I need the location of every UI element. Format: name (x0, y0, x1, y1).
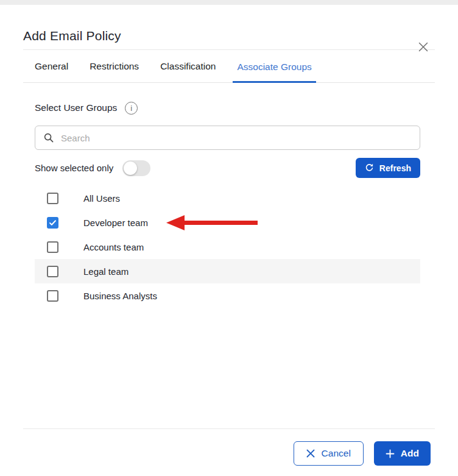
group-row-legal-team: Legal team (35, 259, 420, 283)
search-input[interactable] (61, 133, 412, 143)
group-label: Developer team (83, 218, 148, 228)
footer-divider (23, 428, 435, 429)
group-row-developer-team: Developer team (35, 210, 420, 235)
show-selected-only-label: Show selected only (35, 163, 113, 173)
group-row-all-users: All Users (35, 186, 420, 210)
close-icon[interactable] (415, 39, 431, 55)
search-icon (43, 132, 54, 143)
refresh-icon (365, 163, 374, 172)
section-label-row: Select User Groups i (35, 101, 420, 115)
add-email-policy-dialog: Add Email Policy GeneralRestrictionsClas… (0, 28, 458, 476)
user-group-list: All UsersDeveloper teamAccounts teamLega… (35, 186, 420, 308)
tab-general[interactable]: General (30, 52, 72, 82)
group-label: All Users (83, 193, 120, 204)
group-label: Business Analysts (83, 291, 157, 301)
red-arrow-icon (166, 215, 258, 231)
tab-classification[interactable]: Classification (156, 52, 220, 82)
group-row-accounts-team: Accounts team (35, 235, 420, 259)
refresh-button-label: Refresh (379, 163, 411, 173)
checkbox-business-analysts[interactable] (47, 290, 58, 302)
cancel-button[interactable]: Cancel (294, 441, 364, 466)
tab-bar: GeneralRestrictionsClassificationAssocia… (23, 50, 435, 83)
checkbox-legal-team[interactable] (47, 266, 58, 277)
cancel-button-label: Cancel (322, 448, 351, 459)
show-selected-toggle[interactable] (122, 160, 150, 176)
group-label: Legal team (83, 266, 129, 277)
tab-associate-groups[interactable]: Associate Groups (233, 52, 315, 83)
group-row-business-analysts: Business Analysts (35, 283, 420, 308)
checkbox-accounts-team[interactable] (47, 241, 58, 253)
page-background-strip (0, 0, 458, 5)
dialog-footer: Cancel Add (27, 441, 431, 466)
controls-row: Show selected only Refresh (35, 158, 420, 178)
search-box (35, 126, 420, 150)
x-icon (306, 449, 315, 458)
tab-restrictions[interactable]: Restrictions (85, 52, 143, 82)
page-title: Add Email Policy (23, 28, 435, 44)
dialog-content: Select User Groups i Show selected only (35, 101, 420, 308)
info-icon[interactable]: i (125, 102, 138, 115)
checkbox-developer-team[interactable] (47, 217, 58, 229)
add-button[interactable]: Add (374, 441, 431, 466)
toggle-knob (124, 162, 137, 175)
plus-icon (386, 449, 395, 458)
refresh-button[interactable]: Refresh (356, 158, 420, 178)
group-label: Accounts team (83, 242, 144, 252)
add-button-label: Add (401, 448, 419, 459)
select-user-groups-label: Select User Groups (35, 102, 117, 113)
checkbox-all-users[interactable] (47, 193, 58, 204)
